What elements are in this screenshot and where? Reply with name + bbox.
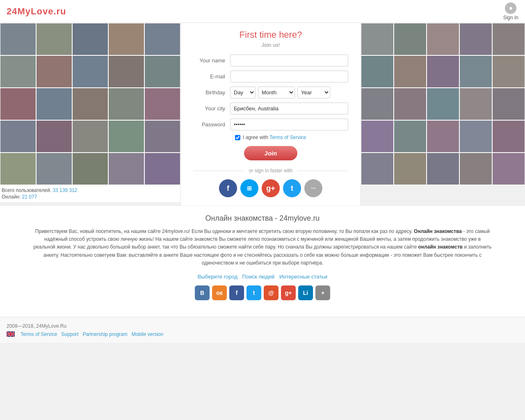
photo-cell [144, 88, 180, 120]
photo-cell [361, 88, 394, 120]
form-title: First time here? [240, 30, 302, 40]
photo-cell [0, 153, 36, 185]
photo-cell [0, 23, 36, 55]
name-row: Your name [193, 55, 348, 66]
photo-cell [36, 153, 72, 185]
photo-cell [492, 88, 525, 120]
right-photo-grid [361, 23, 525, 205]
photo-cell [427, 153, 459, 185]
agree-text: I agree with Terms of Service [243, 135, 306, 140]
year-select[interactable]: Year [297, 87, 330, 98]
header: 24MyLove.ru ● Sign In [0, 0, 525, 23]
photo-cell [72, 55, 108, 88]
more-login-button[interactable]: ··· [304, 179, 322, 197]
name-label: Your name [193, 57, 230, 64]
photo-cell [0, 88, 36, 120]
user-icon: ● [505, 2, 516, 14]
photo-cell [361, 23, 394, 55]
photo-cell [459, 88, 492, 120]
month-select[interactable]: Month [258, 87, 295, 98]
photo-cell [108, 88, 144, 120]
photo-cell [361, 55, 394, 88]
or-text: or sign in faster with [244, 168, 298, 173]
photo-cell [144, 120, 180, 153]
online-count-link[interactable]: 21 077 [22, 194, 37, 200]
footer-links: Terms of Service Support Partnership pro… [7, 331, 518, 337]
facebook-share-button[interactable]: f [229, 285, 244, 300]
uk-flag-icon [7, 331, 15, 337]
photo-cell [144, 23, 180, 55]
support-link[interactable]: Support [61, 331, 78, 337]
nav-link-people[interactable]: Поиск людей [242, 274, 275, 280]
photo-cell [72, 23, 108, 55]
photo-cell [492, 153, 525, 185]
password-input[interactable] [230, 119, 348, 130]
tos-link[interactable]: Terms of Service [269, 135, 306, 140]
photo-cell [492, 55, 525, 88]
photo-cell [36, 23, 72, 55]
photo-cell [108, 120, 144, 153]
divider-left [193, 171, 244, 171]
divider-row: or sign in faster with [193, 168, 348, 173]
photo-cell [361, 120, 394, 153]
photo-cell [459, 23, 492, 55]
sign-in-area[interactable]: ● Sign In [503, 2, 518, 21]
agree-checkbox[interactable] [235, 135, 240, 140]
social-share-row: В ок f t @ g+ Li + [33, 285, 492, 300]
photo-cell [427, 120, 459, 153]
photo-cell [0, 55, 36, 88]
nav-link-articles[interactable]: Интересные статьи [279, 274, 327, 280]
left-photo-grid [0, 23, 180, 185]
join-button[interactable]: Join [244, 146, 298, 160]
tos-footer-link[interactable]: Terms of Service [21, 331, 57, 337]
social-login-buttons: f ⊞ g+ t ··· [219, 179, 322, 197]
photo-cell [492, 120, 525, 153]
email-row: E-mail [193, 71, 348, 82]
more-share-button[interactable]: + [315, 285, 330, 300]
photo-cell [0, 120, 36, 153]
photo-cell [72, 120, 108, 153]
left-section: Всего пользователей: 33 139 312 Онлайн: … [0, 23, 180, 205]
photo-cell [427, 55, 459, 88]
photo-cell [36, 55, 72, 88]
photo-cell [108, 55, 144, 88]
photo-cell [427, 88, 459, 120]
googleplus-share-button[interactable]: g+ [281, 285, 296, 300]
day-select[interactable]: Day [230, 87, 256, 98]
total-count-link[interactable]: 33 139 312 [52, 187, 77, 193]
mobile-version-link[interactable]: Mobile version [132, 331, 163, 337]
google-login-button[interactable]: g+ [262, 179, 280, 197]
divider-right [297, 171, 348, 171]
password-row: Password [193, 119, 348, 130]
agree-row: I agree with Terms of Service [193, 135, 348, 140]
twitter-login-button[interactable]: t [283, 179, 301, 197]
photo-cell [394, 88, 427, 120]
photo-cell [492, 23, 525, 55]
email-input[interactable] [230, 71, 348, 82]
form-subtitle: Join us! [262, 42, 280, 48]
photo-cell [394, 120, 427, 153]
nav-link-city[interactable]: Выберите город [198, 274, 237, 280]
footer-copyright: 2008—2018, 24MyLove.Ru [7, 323, 518, 329]
mail-share-button[interactable]: @ [264, 285, 278, 300]
partnership-link[interactable]: Partnership program [82, 331, 127, 337]
twitter-share-button[interactable]: t [247, 285, 261, 300]
birthday-row: Birthday Day Month Year [193, 87, 348, 98]
ok-share-button[interactable]: ок [212, 285, 227, 300]
description-text: Приветствуем Вас, новый посетитель, на н… [33, 228, 492, 267]
stats-online: Онлайн: 21 077 [2, 194, 179, 200]
email-label: E-mail [193, 73, 230, 80]
password-label: Password [193, 121, 230, 128]
facebook-login-button[interactable]: f [219, 179, 237, 197]
site-logo[interactable]: 24MyLove.ru [7, 6, 66, 17]
name-input[interactable] [230, 55, 348, 66]
vk-share-button[interactable]: В [195, 285, 210, 300]
li-share-button[interactable]: Li [298, 285, 313, 300]
registration-form: First time here? Join us! Your name E-ma… [180, 23, 361, 205]
site-headline: Онлайн знакомства - 24mylove.ru [33, 214, 492, 223]
photo-cell [459, 55, 492, 88]
microsoft-login-button[interactable]: ⊞ [240, 179, 258, 197]
photo-cell [144, 55, 180, 88]
city-input[interactable] [230, 103, 348, 114]
photo-cell [108, 23, 144, 55]
